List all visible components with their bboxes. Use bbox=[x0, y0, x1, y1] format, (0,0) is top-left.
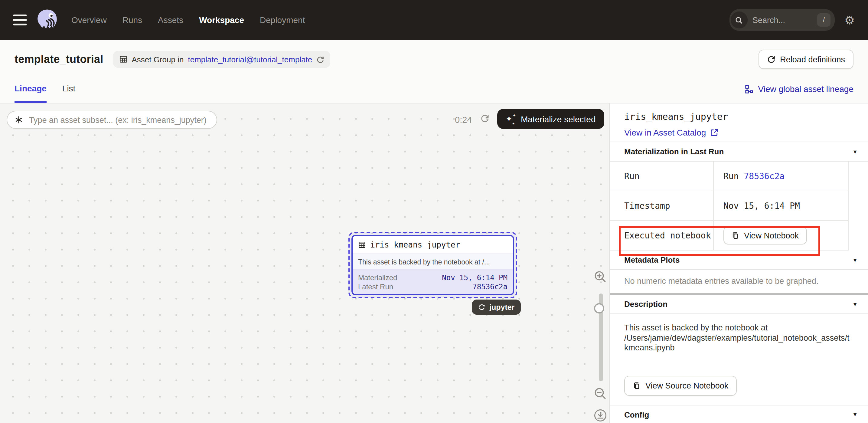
metadata-plots-empty-message: No numeric metadata entries available to… bbox=[610, 270, 868, 293]
global-search[interactable]: / bbox=[730, 9, 835, 31]
notebook-icon bbox=[633, 382, 641, 389]
breadcrumb-prefix: Asset Group in bbox=[131, 55, 184, 64]
section-config-header[interactable]: Config ▼ bbox=[610, 404, 868, 423]
nav-item-overview[interactable]: Overview bbox=[71, 15, 107, 25]
download-image-icon[interactable] bbox=[593, 409, 607, 423]
view-global-asset-lineage-link[interactable]: View global asset lineage bbox=[745, 79, 854, 96]
view-global-asset-lineage-label: View global asset lineage bbox=[758, 84, 854, 94]
page-header: template_tutorial Asset Group in templat… bbox=[0, 40, 868, 79]
asset-graph-filter-icon bbox=[14, 116, 23, 124]
timestamp-value: Nov 15, 6:14 PM bbox=[714, 191, 848, 220]
gear-icon[interactable]: ⚙ bbox=[844, 14, 855, 26]
breadcrumb-refresh-icon[interactable] bbox=[316, 55, 324, 63]
description-text: This asset is backed by the notebook at … bbox=[610, 314, 868, 353]
description-line: kmeans.ipynb bbox=[624, 343, 854, 353]
run-value-prefix: Run bbox=[723, 171, 744, 181]
timestamp-row-label: Timestamp bbox=[610, 191, 714, 220]
content: 0:24 ✦✦✦ Materialize selected iris_kmean… bbox=[0, 103, 868, 423]
external-link-icon bbox=[710, 128, 719, 137]
reload-icon bbox=[767, 55, 775, 64]
nav-item-deployment[interactable]: Deployment bbox=[260, 15, 305, 25]
panel-asset-name: iris_kmeans_jupyter bbox=[624, 111, 854, 122]
jupyter-icon bbox=[478, 303, 486, 311]
compute-kind-tag-jupyter[interactable]: jupyter bbox=[472, 300, 521, 315]
section-materialization-header[interactable]: Materialization in Last Run ▼ bbox=[610, 142, 868, 161]
materialized-value[interactable]: Nov 15, 6:14 PM bbox=[442, 273, 507, 282]
reload-definitions-label: Reload definitions bbox=[780, 55, 845, 64]
description-line: /Users/jamie/dev/dagster/examples/tutori… bbox=[624, 333, 854, 343]
table-row-timestamp: Timestamp Nov 15, 6:14 PM bbox=[610, 191, 848, 221]
materialization-table: Run Run 78536c2a Timestamp Nov 15, 6:14 … bbox=[610, 161, 849, 250]
view-in-asset-catalog-link[interactable]: View in Asset Catalog bbox=[624, 128, 854, 138]
hamburger-menu-icon[interactable] bbox=[13, 14, 27, 26]
chevron-down-icon[interactable]: ▼ bbox=[852, 412, 858, 418]
nav-links: Overview Runs Assets Workspace Deploymen… bbox=[71, 15, 305, 25]
table-icon bbox=[358, 241, 366, 249]
asset-subset-filter[interactable] bbox=[7, 111, 217, 129]
materialize-selected-button[interactable]: ✦✦✦ Materialize selected bbox=[497, 109, 604, 129]
zoom-slider-thumb[interactable] bbox=[594, 303, 604, 313]
section-description-title: Description bbox=[624, 300, 668, 309]
notebook-icon bbox=[731, 232, 739, 239]
latest-run-label: Latest Run bbox=[358, 282, 393, 291]
run-id-link[interactable]: 78536c2a bbox=[744, 171, 784, 181]
asset-subset-input[interactable] bbox=[28, 115, 209, 125]
asset-node-stats: Materialized Nov 15, 6:14 PM Latest Run … bbox=[353, 270, 513, 294]
chevron-down-icon[interactable]: ▼ bbox=[852, 149, 858, 155]
breadcrumb-link[interactable]: template_tutorial@tutorial_template bbox=[188, 55, 312, 64]
view-notebook-button[interactable]: View Notebook bbox=[723, 226, 807, 244]
tab-list[interactable]: List bbox=[62, 79, 75, 103]
search-shortcut-badge: / bbox=[817, 13, 831, 27]
section-description-header[interactable]: Description ▼ bbox=[610, 295, 868, 314]
asset-node-header: iris_kmeans_jupyter bbox=[353, 236, 513, 254]
table-row-run: Run Run 78536c2a bbox=[610, 161, 848, 191]
section-metadata-plots-header[interactable]: Metadata Plots ▼ bbox=[610, 250, 868, 270]
asset-node-card[interactable]: iris_kmeans_jupyter This asset is backed… bbox=[351, 235, 514, 295]
chevron-down-icon[interactable]: ▼ bbox=[852, 301, 858, 307]
panel-header: iris_kmeans_jupyter View in Asset Catalo… bbox=[610, 103, 868, 142]
section-materialization-title: Materialization in Last Run bbox=[624, 147, 724, 156]
view-source-notebook-label: View Source Notebook bbox=[645, 381, 728, 390]
breadcrumb: Asset Group in template_tutorial@tutoria… bbox=[113, 51, 330, 68]
nav-item-runs[interactable]: Runs bbox=[123, 15, 142, 25]
asset-node-name: iris_kmeans_jupyter bbox=[370, 240, 460, 249]
refresh-timer: 0:24 bbox=[455, 115, 472, 125]
asset-group-grid-icon bbox=[119, 55, 127, 64]
section-config-title: Config bbox=[624, 410, 649, 419]
description-line: This asset is backed by the notebook at bbox=[624, 323, 854, 333]
search-input[interactable] bbox=[748, 16, 817, 25]
jupyter-tag-label: jupyter bbox=[489, 303, 515, 311]
executed-notebook-row-label: Executed notebook bbox=[610, 221, 714, 250]
materialize-selected-label: Materialize selected bbox=[521, 114, 595, 124]
dagster-logo-icon bbox=[35, 8, 59, 32]
latest-run-value[interactable]: 78536c2a bbox=[472, 282, 507, 291]
asset-node-description: This asset is backed by the notebook at … bbox=[353, 254, 513, 270]
nav-item-workspace[interactable]: Workspace bbox=[199, 15, 244, 25]
lineage-graph-icon bbox=[745, 84, 754, 93]
top-nav: Overview Runs Assets Workspace Deploymen… bbox=[0, 0, 868, 40]
dagster-app: Overview Runs Assets Workspace Deploymen… bbox=[0, 0, 868, 423]
graph-refresh-icon[interactable] bbox=[480, 114, 489, 125]
nav-item-assets[interactable]: Assets bbox=[158, 15, 183, 25]
run-row-label: Run bbox=[610, 161, 714, 191]
table-row-executed-notebook: Executed notebook View Notebook bbox=[610, 221, 848, 250]
view-source-notebook-button[interactable]: View Source Notebook bbox=[624, 375, 737, 395]
materialized-label: Materialized bbox=[358, 273, 397, 282]
chevron-down-icon[interactable]: ▼ bbox=[852, 257, 858, 263]
tabs-row: Lineage List View global asset lineage bbox=[0, 79, 868, 103]
view-in-asset-catalog-label: View in Asset Catalog bbox=[624, 128, 706, 138]
tab-lineage[interactable]: Lineage bbox=[14, 79, 46, 103]
section-metadata-plots-title: Metadata Plots bbox=[624, 255, 680, 265]
sparkle-icon: ✦✦✦ bbox=[506, 114, 515, 124]
view-notebook-label: View Notebook bbox=[744, 231, 799, 240]
reload-definitions-button[interactable]: Reload definitions bbox=[758, 50, 854, 69]
asset-node-selected[interactable]: iris_kmeans_jupyter This asset is backed… bbox=[348, 232, 517, 298]
asset-sidebar-panel: iris_kmeans_jupyter View in Asset Catalo… bbox=[610, 103, 868, 423]
search-icon bbox=[731, 11, 748, 28]
zoom-out-icon[interactable] bbox=[593, 387, 607, 403]
zoom-in-icon[interactable] bbox=[593, 270, 607, 286]
page-title: template_tutorial bbox=[14, 53, 103, 66]
asset-graph-canvas[interactable]: 0:24 ✦✦✦ Materialize selected iris_kmean… bbox=[0, 103, 610, 423]
